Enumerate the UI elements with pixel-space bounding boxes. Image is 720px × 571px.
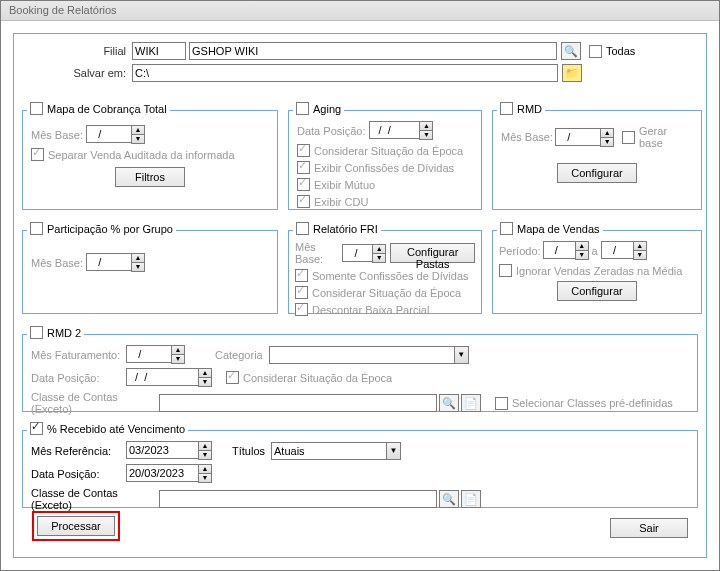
cobranca-filtros-button[interactable]: Filtros (115, 167, 185, 187)
recebido-enable-checkbox[interactable] (30, 422, 43, 435)
participacao-enable-checkbox[interactable] (30, 222, 43, 235)
main-panel: Filial 🔍 Todas Salvar em: 📁 (13, 33, 707, 558)
fri-config-button[interactable]: Configurar Pastas (390, 243, 475, 263)
rmd2-doc-button[interactable]: 📄 (461, 394, 481, 412)
recebido-datapos-input[interactable] (126, 464, 198, 482)
cobranca-enable-checkbox[interactable] (30, 102, 43, 115)
group-participacao: Participação % por Grupo Mês Base: ▲▼ (22, 230, 278, 314)
filial-name-input[interactable] (189, 42, 557, 60)
rmd2-mesfat-input[interactable] (126, 345, 171, 363)
recebido-mesref-input[interactable] (126, 441, 198, 459)
rmd2-datapos-label: Data Posição: (31, 372, 126, 384)
app-window: Booking de Relatórios Filial 🔍 Todas (0, 0, 720, 571)
document-icon: 📄 (464, 493, 478, 506)
rmd-mesbase-label: Mês Base: (501, 131, 555, 143)
binoculars-icon: 🔍 (442, 397, 456, 410)
salvar-label: Salvar em: (22, 67, 132, 79)
binoculars-icon: 🔍 (564, 45, 578, 58)
fri-mesbase-label: Mês Base: (295, 241, 340, 265)
filial-label: Filial (22, 45, 132, 57)
rmd2-enable-checkbox[interactable] (30, 326, 43, 339)
vendas-periodo-label: Período: (499, 245, 541, 257)
rmd2-categoria-label: Categoria (215, 349, 263, 361)
rmd-enable-checkbox[interactable] (500, 102, 513, 115)
vendas-config-button[interactable]: Configurar (557, 281, 637, 301)
group-recebido: % Recebido até Vencimento Mês Referência… (22, 430, 698, 508)
salvar-input[interactable] (132, 64, 558, 82)
processar-button[interactable]: Processar (37, 516, 115, 536)
rmd2-selecionar-checkbox[interactable] (495, 397, 508, 410)
recebido-doc-button[interactable]: 📄 (461, 490, 481, 508)
rmd2-lookup-button[interactable]: 🔍 (439, 394, 459, 412)
recebido-classe-input[interactable] (159, 490, 437, 508)
window-title: Booking de Relatórios (9, 4, 117, 16)
rmd2-mesfat-label: Mês Faturamento: (31, 349, 126, 361)
recebido-titulos-label: Títulos (232, 445, 265, 457)
cobranca-separar-checkbox[interactable] (31, 148, 44, 161)
aging-enable-checkbox[interactable] (296, 102, 309, 115)
group-fri: Relatório FRI Mês Base: ▲▼ Configurar Pa… (288, 230, 482, 314)
cobranca-mesbase-input[interactable] (86, 125, 131, 143)
fri-enable-checkbox[interactable] (296, 222, 309, 235)
binoculars-icon: 🔍 (442, 493, 456, 506)
rmd2-categoria-combo[interactable]: ▼ (269, 346, 469, 364)
cobranca-mesbase-label: Mês Base: (31, 129, 86, 141)
rmd-config-button[interactable]: Configurar (557, 163, 637, 183)
rmd2-classe-label: Classe de Contas (Exceto) (31, 391, 159, 415)
participacao-mesbase-input[interactable] (86, 253, 131, 271)
group-rmd2: RMD 2 Mês Faturamento: ▲▼ Categoria ▼ Da… (22, 334, 698, 412)
fri-mesbase-input[interactable] (342, 244, 372, 262)
vendas-ignorar-checkbox[interactable] (499, 264, 512, 277)
filial-lookup-button[interactable]: 🔍 (561, 42, 581, 60)
rmd-mesbase-input[interactable] (555, 128, 600, 146)
group-cobranca: Mapa de Cobrança Total Mês Base: ▲▼ Sepa… (22, 110, 278, 210)
rmd2-datapos-input[interactable] (126, 368, 198, 386)
group-vendas: Mapa de Vendas Período: ▲▼ a ▲▼ Ignorar … (492, 230, 702, 314)
participacao-mesbase-label: Mês Base: (31, 257, 86, 269)
vendas-enable-checkbox[interactable] (500, 222, 513, 235)
spin-buttons[interactable]: ▲▼ (131, 125, 145, 144)
titlebar: Booking de Relatórios (1, 1, 719, 21)
aging-datapos-input[interactable] (369, 121, 419, 139)
folder-browse-button[interactable]: 📁 (562, 64, 582, 82)
group-rmd: RMD Mês Base: ▲▼ Gerar base Configurar (492, 110, 702, 210)
sair-button[interactable]: Sair (610, 518, 688, 538)
group-aging: Aging Data Posição: ▲▼ Considerar Situaç… (288, 110, 482, 210)
rmd2-considerar-checkbox[interactable] (226, 371, 239, 384)
aging-datapos-label: Data Posição: (297, 125, 365, 137)
recebido-titulos-combo[interactable]: Atuais▼ (271, 442, 401, 460)
recebido-lookup-button[interactable]: 🔍 (439, 490, 459, 508)
filial-code-input[interactable] (132, 42, 186, 60)
processar-highlight: Processar (32, 511, 120, 541)
document-icon: 📄 (464, 397, 478, 410)
rmd2-classe-input[interactable] (159, 394, 437, 412)
todas-checkbox[interactable]: Todas (589, 45, 635, 58)
folder-icon: 📁 (565, 67, 579, 80)
recebido-datapos-label: Data Posição: (31, 468, 126, 480)
vendas-periodo2-input[interactable] (601, 241, 633, 259)
rmd-gerar-checkbox[interactable] (622, 131, 635, 144)
recebido-mesref-label: Mês Referência: (31, 445, 126, 457)
vendas-periodo1-input[interactable] (543, 241, 575, 259)
recebido-classe-label: Classe de Contas (Exceto) (31, 487, 159, 511)
